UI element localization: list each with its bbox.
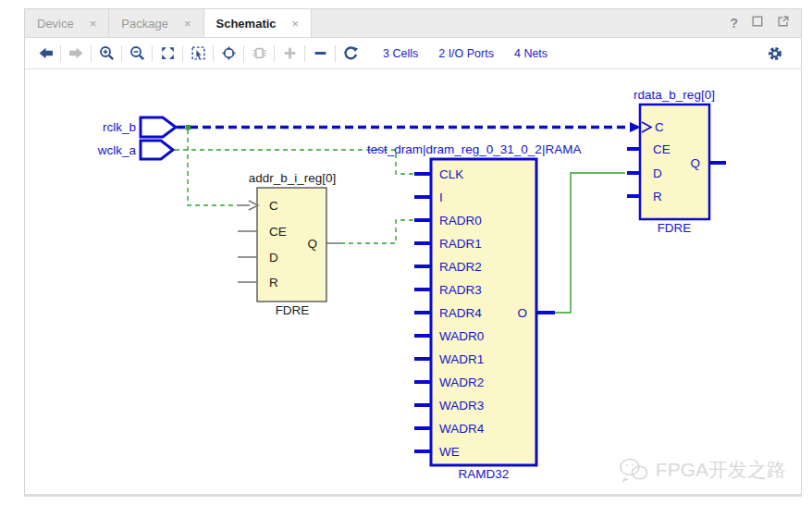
cell-type: RAMD32: [459, 467, 510, 481]
pin-label-wadr1: WADR1: [439, 352, 484, 366]
pin-label-radr3: RADR3: [439, 283, 482, 297]
help-icon[interactable]: ?: [730, 16, 738, 31]
arrow-right-icon: [68, 45, 84, 61]
expand-cone-button[interactable]: [247, 43, 271, 65]
toolbar-separator: [91, 45, 92, 62]
tab-device-label: Device: [37, 17, 74, 31]
pin-label-clk: CLK: [439, 167, 463, 181]
pin-label-ce: CE: [269, 225, 287, 239]
pin-label-ce: CE: [653, 142, 671, 156]
port-rclk-b[interactable]: rclk_b: [103, 117, 176, 137]
tab-package[interactable]: Package ×: [109, 9, 203, 37]
pin-label-wadr4: WADR4: [439, 422, 485, 436]
gear-icon: [767, 45, 783, 62]
minus-icon: [313, 45, 328, 61]
io-ports-link[interactable]: 2 I/O Ports: [438, 47, 494, 60]
tab-schematic-label: Schematic: [216, 17, 277, 31]
schematic-toolbar: 3 Cells 2 I/O Ports 4 Nets: [25, 38, 801, 69]
pin-label-c: C: [655, 120, 664, 134]
zoom-fit-icon: [160, 45, 176, 61]
arrow-left-icon: [38, 45, 54, 61]
pin-label-r: R: [269, 276, 278, 289]
toolbar-separator: [304, 45, 305, 62]
cell-type: FDRE: [658, 221, 692, 235]
pin-label-c: C: [269, 199, 278, 213]
net-ram-o-to-rdata-d[interactable]: [547, 173, 625, 313]
close-icon[interactable]: ×: [184, 17, 191, 31]
cell-rdata-b-reg[interactable]: rdata_b_reg[0] C CE D R Q FDRE: [627, 88, 726, 235]
window-controls: ?: [730, 9, 801, 37]
cell-addr-b-i-reg[interactable]: addr_b_i_reg[0] C CE D R Q FDRE: [237, 171, 336, 317]
zoom-out-button[interactable]: [125, 43, 149, 65]
toolbar-separator: [152, 45, 153, 62]
forward-button[interactable]: [64, 43, 88, 65]
toolbar-separator: [335, 45, 336, 62]
cell-title: rdata_b_reg[0]: [634, 88, 715, 102]
schematic-drawing: rclk_b wclk_a addr_b_i_reg[0] C CE D R: [25, 69, 799, 494]
net-addr-q-to-radr0[interactable]: [326, 220, 414, 243]
pin-label-wadr2: WADR2: [439, 376, 484, 389]
pin-label-r: R: [653, 190, 662, 203]
settings-button[interactable]: [763, 43, 787, 65]
back-button[interactable]: [33, 43, 57, 65]
cells-link[interactable]: 3 Cells: [383, 47, 418, 60]
zoom-selection-icon: [191, 45, 206, 61]
schematic-window: Device × Package × Schematic × ?: [24, 8, 802, 497]
input-port-shape: [141, 117, 176, 137]
remove-button[interactable]: [308, 43, 332, 65]
plus-icon: [282, 45, 298, 61]
tab-package-label: Package: [121, 17, 168, 31]
zoom-selection-button[interactable]: [186, 43, 210, 65]
toolbar-separator: [213, 45, 214, 62]
pin-label-radr2: RADR2: [439, 260, 482, 274]
regenerate-button[interactable]: [338, 43, 363, 65]
pin-label-wadr3: WADR3: [439, 399, 484, 413]
zoom-fit-button[interactable]: [155, 43, 179, 65]
cell-type: FDRE: [276, 303, 310, 317]
cell-title: test_dram|dram_reg_0_31_0_2|RAMA: [367, 142, 581, 156]
watermark-text: FPGA开发之路: [656, 457, 786, 483]
toolbar-separator: [274, 45, 275, 62]
port-wclk-a[interactable]: wclk_a: [97, 141, 173, 159]
tab-bar: Device × Package × Schematic × ?: [25, 9, 801, 38]
pin-label-q: Q: [690, 156, 700, 170]
pin-label-we: WE: [439, 445, 460, 459]
net-junction-dot: [186, 125, 191, 130]
cell-ram[interactable]: test_dram|dram_reg_0_31_0_2|RAMA CLK I R…: [367, 142, 581, 481]
schematic-canvas[interactable]: rclk_b wclk_a addr_b_i_reg[0] C CE D R: [25, 69, 801, 494]
tab-device[interactable]: Device ×: [25, 9, 109, 37]
autofit-selection-button[interactable]: [216, 43, 240, 65]
float-window-icon[interactable]: [777, 15, 790, 31]
pin-label-wadr0: WADR0: [439, 329, 484, 343]
zoom-out-icon: [129, 45, 145, 61]
net-branch-to-addr-c: [188, 129, 237, 205]
port-label: wclk_a: [97, 143, 137, 157]
refresh-icon: [342, 45, 359, 62]
port-label: rclk_b: [103, 120, 136, 134]
close-icon[interactable]: ×: [292, 17, 300, 31]
crosshair-icon: [221, 45, 237, 61]
pin-label-radr0: RADR0: [439, 214, 482, 228]
chip-icon: [252, 45, 267, 61]
toolbar-separator: [60, 45, 61, 62]
tab-schematic[interactable]: Schematic ×: [204, 9, 313, 37]
pin-label-o: O: [517, 306, 527, 320]
pin-label-q: Q: [307, 237, 317, 251]
close-icon[interactable]: ×: [90, 17, 97, 31]
zoom-in-icon: [99, 45, 115, 61]
zoom-in-button[interactable]: [94, 43, 118, 65]
add-button[interactable]: [277, 43, 301, 65]
cell-title: addr_b_i_reg[0]: [249, 171, 337, 185]
tabbar-spacer: [312, 9, 730, 37]
pin-label-d: D: [269, 251, 278, 265]
toolbar-separator: [243, 45, 244, 62]
pin-label-radr1: RADR1: [439, 237, 482, 251]
toolbar-separator: [182, 45, 183, 62]
maximize-icon[interactable]: [751, 15, 764, 31]
input-port-shape: [141, 141, 173, 159]
nets-link[interactable]: 4 Nets: [514, 47, 547, 60]
pin-label-i: I: [439, 191, 443, 204]
toolbar-separator: [121, 45, 122, 62]
wechat-logo-icon: [618, 457, 649, 483]
pin-label-d: D: [653, 166, 662, 180]
